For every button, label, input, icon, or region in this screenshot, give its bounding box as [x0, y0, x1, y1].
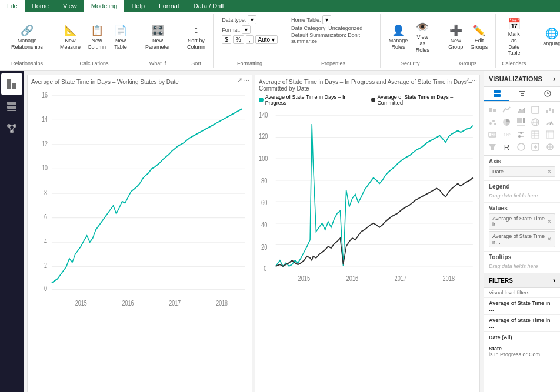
legend-title: Legend [489, 183, 555, 190]
calendar-icon: 📅 [507, 17, 521, 31]
data-type-dropdown[interactable]: ▾ [248, 15, 256, 24]
properties-group-label: Properties [321, 59, 345, 66]
tab-file[interactable]: File [0, 0, 25, 12]
relationships-icon: 🔗 [20, 24, 34, 38]
format-dropdown[interactable]: ▾ [242, 25, 251, 34]
viz-custom2[interactable] [544, 141, 556, 153]
currency-button[interactable]: $ [222, 35, 231, 44]
new-measure-button[interactable]: 📐 NewMeasure [57, 22, 84, 52]
sort-group-label: Sort [191, 59, 201, 66]
mark-as-date-table-button[interactable]: 📅 Mark asDate Table [502, 15, 526, 58]
svg-rect-84 [546, 131, 554, 138]
tab-view[interactable]: View [56, 0, 84, 12]
filter-item-3[interactable]: Date (All) [484, 332, 560, 343]
values-field-1[interactable]: Average of State Time ir… ✕ [489, 213, 555, 230]
language-button[interactable]: 🌐 Language [537, 25, 560, 49]
view-roles-icon: 👁️ [415, 20, 429, 34]
viz-card[interactable]: 123 [486, 129, 498, 140]
svg-rect-60 [549, 108, 551, 111]
sort-buttons: ↕️ Sort byColumn [184, 15, 208, 58]
canvas-area: Average of State Time in Days – Working … [24, 71, 484, 392]
manage-relationships-button[interactable]: 🔗 ManageRelationships [8, 22, 46, 52]
svg-rect-80 [532, 131, 539, 138]
comma-button[interactable]: , [246, 35, 254, 44]
legend-dot-in-progress [259, 98, 264, 102]
right-chart-icons: ⤢ ··· [465, 76, 477, 84]
tab-data-drill[interactable]: Data / Drill [186, 0, 231, 12]
filter-4-title: State [489, 346, 555, 351]
viz-r[interactable]: R [501, 141, 512, 153]
viz-area[interactable] [515, 104, 527, 116]
filter-expand-icon[interactable]: › [553, 276, 555, 284]
values-field-2-remove[interactable]: ✕ [547, 236, 552, 242]
svg-text:60: 60 [261, 199, 267, 207]
viz-funnel[interactable] [486, 141, 498, 153]
manage-roles-button[interactable]: 👤 ManageRoles [386, 22, 410, 52]
new-column-label: NewColumn [88, 38, 106, 51]
ribbon-group-relationships: 🔗 ManageRelationships Relationships [4, 14, 51, 68]
viz-kpi[interactable]: ↑KPI [501, 129, 512, 140]
nav-data[interactable] [1, 96, 22, 117]
expand-icon[interactable]: ⤢ [237, 76, 242, 84]
auto-dropdown[interactable]: Auto ▾ [255, 35, 278, 44]
viz-tab-format[interactable] [509, 87, 535, 101]
viz-scatter[interactable] [486, 116, 498, 128]
viz-globe[interactable] [515, 141, 527, 153]
filter-item-1[interactable]: Average of State Time in … [484, 298, 560, 315]
viz-line[interactable] [501, 104, 512, 116]
format-label: Format: [222, 27, 240, 33]
axis-title: Axis [489, 158, 555, 165]
svg-text:120: 120 [259, 132, 268, 140]
svg-text:123: 123 [491, 133, 496, 136]
axis-field-remove[interactable]: ✕ [547, 169, 552, 175]
tab-modeling[interactable]: Modeling [84, 0, 125, 12]
tab-format[interactable]: Format [152, 0, 186, 12]
right-chart-container[interactable]: Average of State Time in Days – In Progr… [255, 75, 480, 392]
values-field-1-remove[interactable]: ✕ [547, 219, 552, 225]
percent-button[interactable]: % [233, 35, 244, 44]
viz-stacked-bar[interactable] [486, 104, 498, 116]
new-parameter-button[interactable]: 🎛️ NewParameter [142, 22, 173, 52]
filter-item-4[interactable]: State is In Progress or Com… [484, 343, 560, 360]
new-group-button[interactable]: ➕ NewGroup [445, 22, 466, 52]
edit-groups-button[interactable]: ✏️ EditGroups [468, 22, 491, 52]
viz-tab-analytics[interactable] [535, 87, 560, 101]
viz-map[interactable] [529, 116, 541, 128]
more-options-icon[interactable]: ··· [244, 76, 249, 84]
home-table-dropdown[interactable]: ▾ [322, 15, 331, 24]
svg-text:140: 140 [259, 111, 268, 119]
ribbon-group-qa: 🌐 Language 📝 LinguisticSchema 🔤 Synonyms… [532, 14, 560, 68]
right-more-options-icon[interactable]: ··· [472, 76, 477, 84]
nav-model[interactable] [1, 118, 22, 139]
viz-treemap[interactable] [515, 116, 527, 128]
visualizations-header: VISUALIZATIONS › [484, 71, 560, 87]
left-chart-container[interactable]: Average of State Time in Days – Working … [27, 75, 252, 392]
values-field-2[interactable]: Average of State Time ir… ✕ [489, 231, 555, 247]
sort-icon: ↕️ [189, 24, 204, 38]
svg-rect-3 [7, 106, 16, 109]
viz-pie[interactable] [501, 116, 512, 128]
viz-gauge[interactable] [544, 116, 556, 128]
viz-matrix[interactable] [544, 129, 556, 140]
svg-text:10: 10 [42, 164, 48, 172]
new-column-button[interactable]: 📋 NewColumn [85, 22, 109, 52]
nav-report[interactable] [1, 73, 22, 95]
axis-field[interactable]: Date ✕ [489, 166, 555, 177]
right-expand-icon[interactable]: ⤢ [465, 76, 470, 84]
viz-table[interactable] [529, 129, 541, 140]
viz-waterfall[interactable] [544, 104, 556, 116]
viz-ribbon[interactable] [529, 104, 541, 116]
expand-panel-icon[interactable]: › [553, 75, 555, 83]
tab-help[interactable]: Help [124, 0, 152, 12]
view-as-roles-button[interactable]: 👁️ View asRoles [411, 18, 434, 55]
tab-home[interactable]: Home [25, 0, 56, 12]
viz-slicer[interactable] [515, 129, 527, 140]
viz-tab-fields[interactable] [484, 87, 509, 101]
filter-item-2[interactable]: Average of State Time in … [484, 315, 560, 332]
new-table-button[interactable]: 📄 NewTable [110, 22, 131, 52]
new-group-icon: ➕ [449, 24, 463, 38]
filters-title: FILTERS [489, 277, 513, 284]
sort-by-column-button[interactable]: ↕️ Sort byColumn [184, 22, 208, 52]
calculations-buttons: 📐 NewMeasure 📋 NewColumn 📄 NewTable [57, 15, 131, 58]
viz-custom1[interactable] [529, 141, 541, 153]
